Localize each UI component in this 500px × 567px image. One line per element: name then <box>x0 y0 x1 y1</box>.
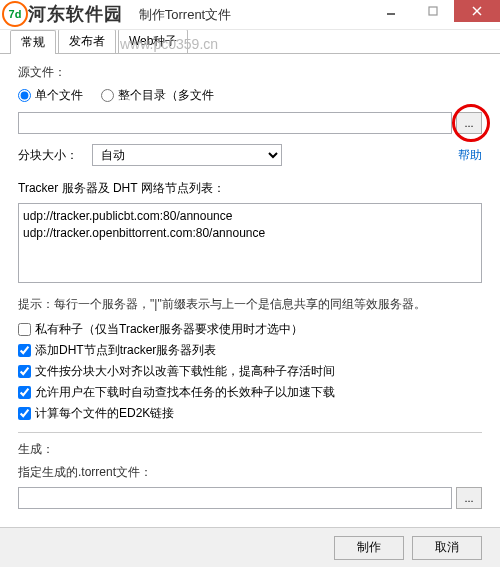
minimize-button[interactable] <box>370 0 412 22</box>
tracker-textarea[interactable] <box>18 203 482 283</box>
browse-target-button[interactable]: ... <box>456 487 482 509</box>
footer: 制作 取消 <box>0 527 500 567</box>
brand-logo: 7d <box>2 1 28 27</box>
piece-size-select[interactable]: 自动 <box>92 144 282 166</box>
radio-single-file[interactable]: 单个文件 <box>18 87 83 104</box>
make-button[interactable]: 制作 <box>334 536 404 560</box>
maximize-button[interactable] <box>412 0 454 22</box>
separator <box>18 432 482 433</box>
target-path-input[interactable] <box>18 487 452 509</box>
help-link[interactable]: 帮助 <box>458 147 482 164</box>
piece-size-label: 分块大小： <box>18 147 78 164</box>
check-dht[interactable] <box>18 344 31 357</box>
source-label: 源文件： <box>18 64 482 81</box>
check-ed2k[interactable] <box>18 407 31 420</box>
generate-label: 生成： <box>18 441 482 458</box>
svg-rect-1 <box>429 7 437 15</box>
brand-text: 河东软件园 <box>28 2 123 26</box>
target-label: 指定生成的.torrent文件： <box>18 464 482 481</box>
browse-source-button[interactable]: ... <box>456 112 482 134</box>
check-align[interactable] <box>18 365 31 378</box>
brand-url: www.pc0359.cn <box>120 36 218 52</box>
tab-publisher[interactable]: 发布者 <box>58 29 116 53</box>
tracker-hint: 提示：每行一个服务器，"|"前缀表示与上一个是信息共享的同组等效服务器。 <box>18 296 482 313</box>
check-dht-label: 添加DHT节点到tracker服务器列表 <box>35 342 216 359</box>
cancel-button[interactable]: 取消 <box>412 536 482 560</box>
check-private-label: 私有种子（仅当Tracker服务器要求使用时才选中） <box>35 321 303 338</box>
tab-general[interactable]: 常规 <box>10 30 56 54</box>
check-longterm-label: 允许用户在下载时自动查找本任务的长效种子以加速下载 <box>35 384 335 401</box>
radio-single-input[interactable] <box>18 89 31 102</box>
check-ed2k-label: 计算每个文件的ED2K链接 <box>35 405 174 422</box>
source-path-input[interactable] <box>18 112 452 134</box>
check-align-label: 文件按分块大小对齐以改善下载性能，提高种子存活时间 <box>35 363 335 380</box>
radio-folder[interactable]: 整个目录（多文件 <box>101 87 214 104</box>
tab-bar: 常规 发布者 Web种子 <box>0 30 500 54</box>
tracker-label: Tracker 服务器及 DHT 网络节点列表： <box>18 180 482 197</box>
radio-folder-label: 整个目录（多文件 <box>118 87 214 104</box>
check-longterm[interactable] <box>18 386 31 399</box>
close-button[interactable] <box>454 0 500 22</box>
check-private[interactable] <box>18 323 31 336</box>
radio-folder-input[interactable] <box>101 89 114 102</box>
radio-single-label: 单个文件 <box>35 87 83 104</box>
